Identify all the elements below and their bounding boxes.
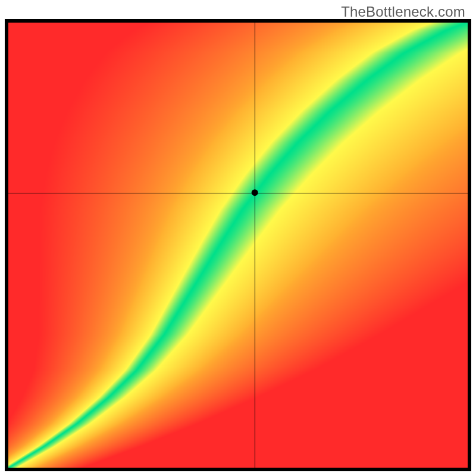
watermark-text: TheBottleneck.com (341, 4, 465, 20)
bottleneck-heatmap (0, 0, 476, 476)
